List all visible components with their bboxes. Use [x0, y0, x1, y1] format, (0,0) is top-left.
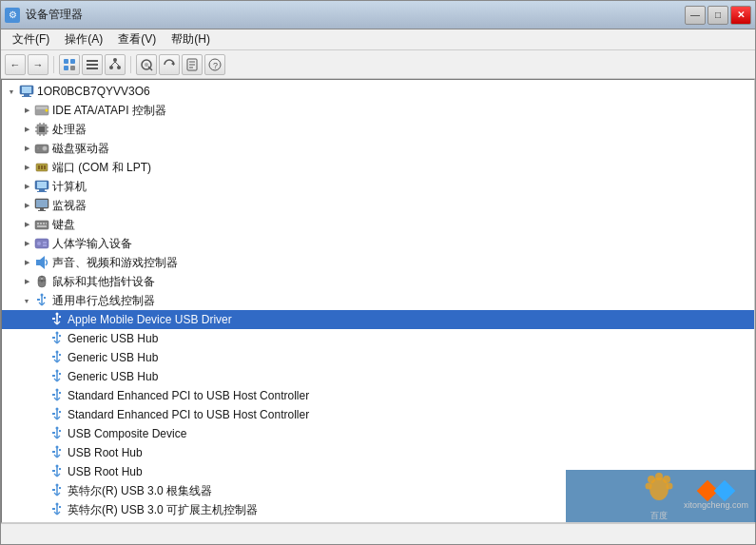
menu-file[interactable]: 文件(F) [5, 29, 57, 49]
monitor-expand-btn[interactable] [19, 198, 34, 213]
tree-root[interactable]: 1OR0BCB7QYVV3O6 [2, 82, 754, 101]
tree-item-monitor[interactable]: 监视器 [2, 196, 754, 215]
forward-button[interactable]: → [28, 54, 48, 75]
mouse-expand-btn[interactable] [19, 274, 34, 289]
hub1-icon [49, 331, 65, 346]
svg-point-107 [655, 473, 663, 480]
svg-rect-82 [52, 375, 55, 377]
svg-rect-100 [52, 489, 55, 491]
computer-expand-btn[interactable] [19, 179, 34, 194]
svg-rect-46 [37, 182, 47, 188]
pci2-icon [49, 407, 65, 422]
tree-item-hub1[interactable]: Generic USB Hub [2, 329, 754, 348]
tree-item-hid[interactable]: 人体学输入设备 [2, 234, 754, 253]
tree-item-root1[interactable]: USB Root Hub [2, 443, 754, 462]
svg-rect-43 [41, 165, 43, 169]
ide-expand-btn[interactable] [19, 103, 34, 118]
svg-point-72 [56, 313, 59, 316]
usb-expand-btn[interactable] [19, 293, 34, 308]
refresh-icon [163, 58, 176, 71]
svg-rect-58 [37, 225, 47, 227]
svg-rect-80 [59, 354, 61, 356]
svg-rect-77 [59, 335, 61, 337]
computer-label: 计算机 [52, 179, 87, 195]
tree-item-sound[interactable]: 声音、视频和游戏控制器 [2, 253, 754, 272]
baidu-text: 百度 [650, 510, 668, 522]
show-by-type-button[interactable] [82, 54, 103, 75]
window-icon: ⚙ [5, 8, 20, 23]
svg-point-9 [117, 66, 121, 69]
cpu-icon [34, 122, 49, 137]
show-devices-button[interactable] [59, 54, 80, 75]
close-button[interactable]: ✕ [730, 6, 751, 25]
baidu-logo: 百度 [642, 470, 676, 522]
tree-item-ports[interactable]: 端口 (COM 和 LPT) [2, 158, 754, 177]
toolbar: ← → [1, 50, 755, 79]
refresh-button[interactable] [159, 54, 180, 75]
scan-button[interactable] [136, 54, 157, 75]
maximize-button[interactable]: □ [708, 6, 728, 25]
menu-view[interactable]: 查看(V) [110, 29, 164, 49]
tree-item-computer[interactable]: 计算机 [2, 177, 754, 196]
tree-item-usb-controller[interactable]: 通用串行总线控制器 [2, 291, 754, 310]
tree-item-composite[interactable]: USB Composite Device [2, 424, 754, 443]
monitor-icon [34, 198, 49, 213]
root-label: 1OR0BCB7QYVV3O6 [37, 85, 150, 98]
hid-expand-btn[interactable] [19, 236, 34, 251]
tree-item-pci2[interactable]: Standard Enhanced PCI to USB Host Contro… [2, 405, 754, 424]
menu-help[interactable]: 帮助(H) [164, 29, 218, 49]
device-tree[interactable]: 1OR0BCB7QYVV3O6 IDE ATA/ATAPI 控制器 [1, 79, 755, 523]
ide-icon [34, 103, 49, 118]
svg-rect-92 [59, 430, 61, 432]
svg-point-27 [46, 109, 48, 112]
keyboard-expand-btn[interactable] [19, 217, 34, 232]
help-icon: ? [208, 58, 222, 71]
help-button[interactable]: ? [204, 54, 225, 75]
properties-button[interactable] [182, 54, 203, 75]
tree-item-ide[interactable]: IDE ATA/ATAPI 控制器 [2, 101, 754, 120]
cpu-expand-btn[interactable] [19, 122, 34, 137]
intel-hub-icon [49, 483, 65, 498]
tree-item-cpu[interactable]: 处理器 [2, 120, 754, 139]
svg-rect-42 [38, 165, 40, 169]
svg-point-7 [113, 58, 117, 62]
svg-rect-48 [37, 191, 47, 192]
svg-rect-1 [70, 59, 75, 64]
tree-item-apple-usb[interactable]: Apple Mobile Device USB Driver [2, 310, 754, 329]
ports-expand-btn[interactable] [19, 160, 34, 175]
tree-item-disk[interactable]: 磁盘驱动器 [2, 139, 754, 158]
menu-action[interactable]: 操作(A) [57, 29, 110, 49]
svg-rect-47 [39, 189, 45, 191]
scan-icon [140, 58, 153, 71]
apple-usb-label: Apple Mobile Device USB Driver [68, 313, 232, 326]
svg-point-102 [56, 503, 59, 506]
tree-item-pci1[interactable]: Standard Enhanced PCI to USB Host Contro… [2, 386, 754, 405]
disk-expand-btn[interactable] [19, 141, 34, 156]
disk-icon [34, 141, 49, 156]
svg-rect-29 [39, 127, 45, 132]
minimize-button[interactable]: — [685, 6, 706, 25]
svg-rect-103 [52, 508, 55, 510]
root-expand-btn[interactable] [4, 84, 19, 99]
sound-expand-btn[interactable] [19, 255, 34, 270]
computer-tree-icon [34, 179, 49, 194]
back-button[interactable]: ← [5, 54, 26, 75]
svg-point-96 [56, 465, 59, 468]
ports-icon [34, 160, 49, 175]
svg-point-40 [37, 147, 39, 149]
svg-point-93 [56, 446, 59, 449]
tree-item-hub2[interactable]: Generic USB Hub [2, 348, 754, 367]
computer-icon [19, 84, 34, 99]
title-bar: ⚙ 设备管理器 — □ ✕ [1, 1, 755, 29]
svg-rect-50 [36, 200, 48, 207]
root1-icon [49, 445, 65, 460]
watermark-overlay: 百度 xitongcheng.com [566, 470, 756, 522]
xtc-text: xitongcheng.com [684, 500, 748, 510]
svg-rect-76 [52, 337, 55, 339]
show-by-connection-button[interactable] [105, 54, 126, 75]
tree-item-hub3[interactable]: Generic USB Hub [2, 367, 754, 386]
svg-rect-3 [70, 66, 75, 70]
tree-item-mouse[interactable]: 鼠标和其他指针设备 [2, 272, 754, 291]
tree-item-keyboard[interactable]: 键盘 [2, 215, 754, 234]
svg-rect-2 [64, 66, 68, 70]
